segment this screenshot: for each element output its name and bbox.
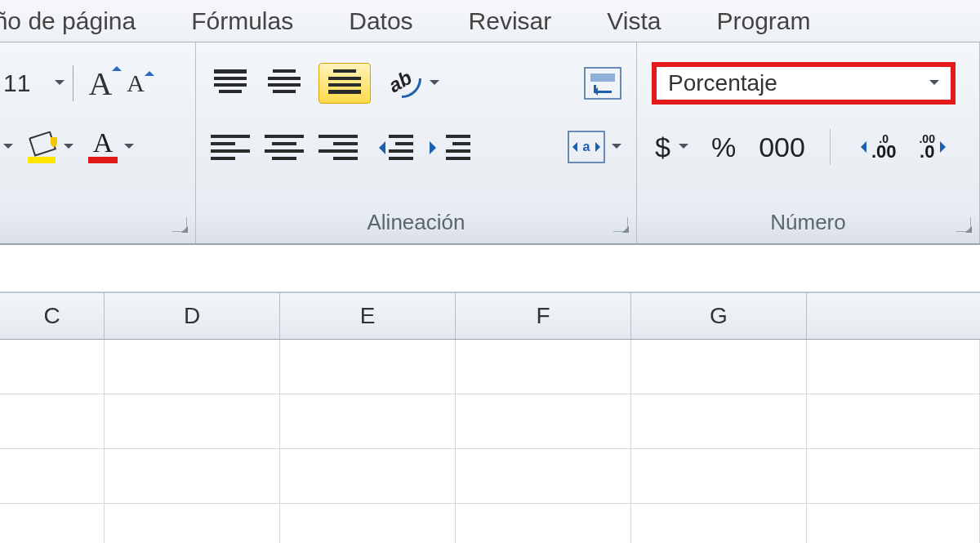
chevron-down-icon bbox=[679, 144, 688, 154]
accounting-format-button[interactable]: $ bbox=[652, 130, 692, 165]
column-header-g[interactable]: G bbox=[631, 293, 807, 339]
chevron-down-icon bbox=[55, 80, 65, 90]
table-row bbox=[0, 504, 980, 543]
cell[interactable] bbox=[456, 504, 631, 543]
font-dialog-launcher[interactable] bbox=[172, 217, 187, 232]
decrease-indent-button[interactable] bbox=[372, 133, 415, 161]
cell[interactable] bbox=[807, 340, 980, 394]
font-group: 11 A A A bbox=[0, 42, 196, 243]
cell[interactable] bbox=[631, 394, 807, 448]
column-header-f[interactable]: F bbox=[456, 293, 631, 339]
chevron-down-icon bbox=[430, 80, 439, 90]
column-header-e[interactable]: E bbox=[280, 293, 456, 339]
font-size-dropdown[interactable]: 11 bbox=[0, 65, 74, 101]
column-header-d[interactable]: D bbox=[105, 293, 280, 339]
fill-color-button[interactable] bbox=[28, 132, 74, 162]
cell[interactable] bbox=[105, 340, 280, 394]
wrap-text-button[interactable] bbox=[584, 67, 621, 100]
thousands-format-button[interactable]: 000 bbox=[755, 130, 808, 165]
table-row bbox=[0, 394, 980, 449]
tab-diseno-pagina[interactable]: eño de página bbox=[0, 7, 136, 35]
cell[interactable] bbox=[105, 394, 280, 448]
cell[interactable] bbox=[280, 394, 456, 448]
percent-format-button[interactable]: % bbox=[708, 130, 739, 165]
thousands-icon: 000 bbox=[759, 131, 805, 163]
cell[interactable] bbox=[0, 394, 105, 448]
column-headers: C D E F G bbox=[0, 292, 980, 340]
orientation-icon: ab bbox=[385, 67, 423, 100]
table-row bbox=[0, 340, 980, 394]
cell[interactable] bbox=[280, 449, 456, 503]
cell[interactable] bbox=[280, 340, 456, 394]
merge-center-button[interactable]: a bbox=[568, 131, 621, 163]
chevron-down-icon bbox=[124, 144, 134, 154]
cell[interactable] bbox=[456, 394, 631, 448]
alignment-dialog-launcher[interactable] bbox=[613, 217, 628, 232]
cell[interactable] bbox=[631, 504, 807, 543]
align-top-button[interactable] bbox=[211, 69, 250, 97]
font-color-icon: A bbox=[88, 131, 118, 163]
currency-icon: $ bbox=[655, 131, 670, 163]
cell[interactable] bbox=[456, 340, 631, 394]
align-middle-button[interactable] bbox=[265, 69, 304, 97]
percent-icon: % bbox=[711, 131, 736, 163]
alignment-group: ab a Alineación bbox=[196, 42, 637, 243]
increase-decimal-button[interactable]: .0.00 bbox=[852, 132, 900, 162]
group-label-alineacion: Alineación bbox=[196, 210, 636, 235]
align-left-button[interactable] bbox=[211, 133, 250, 161]
cell[interactable] bbox=[631, 340, 807, 394]
paint-bucket-icon bbox=[28, 132, 57, 162]
cell[interactable] bbox=[0, 340, 105, 394]
align-right-button[interactable] bbox=[318, 133, 358, 161]
font-size-value: 11 bbox=[3, 69, 30, 97]
cell[interactable] bbox=[807, 504, 980, 543]
increase-font-button[interactable]: A bbox=[88, 65, 112, 103]
decrease-decimal-icon: .00.0 bbox=[919, 134, 951, 160]
cell[interactable] bbox=[105, 504, 280, 543]
column-header-next[interactable] bbox=[807, 293, 980, 339]
decrease-font-button[interactable]: A bbox=[127, 69, 145, 97]
number-group: Porcentaje $ % 000 .0.00 bbox=[637, 42, 980, 243]
chevron-down-icon bbox=[64, 144, 74, 154]
align-center-button[interactable] bbox=[265, 133, 304, 161]
cell[interactable] bbox=[456, 449, 631, 503]
increase-decimal-icon: .0.00 bbox=[855, 134, 897, 160]
formula-bar[interactable] bbox=[0, 245, 980, 292]
cell[interactable] bbox=[105, 449, 280, 503]
cell[interactable] bbox=[0, 504, 105, 543]
tab-revisar[interactable]: Revisar bbox=[469, 7, 552, 35]
ribbon: 11 A A A bbox=[0, 42, 980, 245]
table-row bbox=[0, 449, 980, 504]
tabs-bar: eño de página Fórmulas Datos Revisar Vis… bbox=[0, 0, 980, 42]
group-label-numero: Número bbox=[637, 210, 979, 235]
tab-vista[interactable]: Vista bbox=[607, 7, 661, 35]
cell[interactable] bbox=[280, 504, 456, 543]
decrease-decimal-button[interactable]: .00.0 bbox=[915, 132, 954, 162]
orientation-button[interactable]: ab bbox=[385, 67, 439, 100]
column-header-c[interactable]: C bbox=[0, 293, 105, 339]
chevron-down-icon bbox=[612, 144, 621, 154]
tab-datos[interactable]: Datos bbox=[349, 7, 412, 35]
align-bottom-button[interactable] bbox=[318, 63, 371, 104]
cell[interactable] bbox=[807, 449, 980, 503]
increase-indent-button[interactable] bbox=[430, 133, 472, 161]
cell[interactable] bbox=[807, 394, 980, 448]
font-color-button[interactable]: A bbox=[88, 131, 134, 163]
tab-programador[interactable]: Program bbox=[716, 7, 810, 35]
divider bbox=[830, 129, 831, 165]
number-dialog-launcher[interactable] bbox=[956, 217, 971, 232]
merge-cells-icon: a bbox=[568, 131, 605, 163]
tab-formulas[interactable]: Fórmulas bbox=[191, 7, 293, 35]
number-format-value: Porcentaje bbox=[668, 70, 777, 96]
number-format-dropdown[interactable]: Porcentaje bbox=[652, 62, 956, 105]
cell[interactable] bbox=[631, 449, 807, 503]
chevron-down-icon[interactable] bbox=[3, 144, 13, 154]
chevron-down-icon bbox=[929, 80, 939, 90]
cell[interactable] bbox=[0, 449, 105, 503]
cells-area bbox=[0, 340, 980, 543]
